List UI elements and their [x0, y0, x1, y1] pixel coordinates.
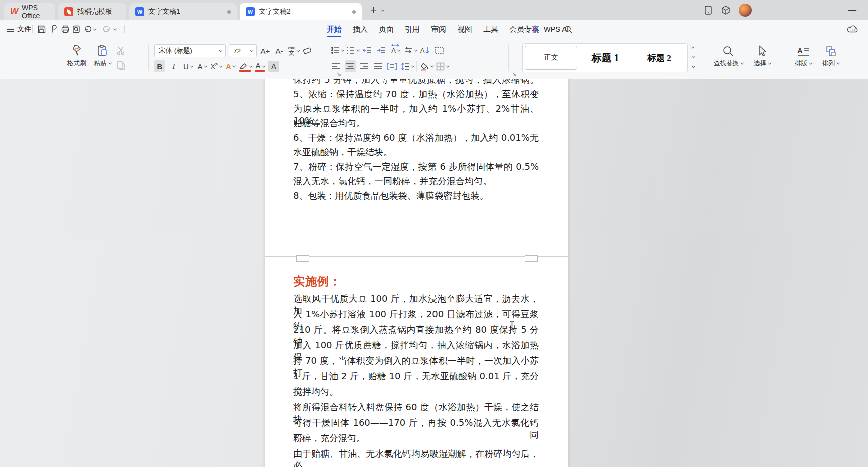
- redo-icon-disabled[interactable]: [101, 20, 112, 38]
- save-icon[interactable]: [36, 20, 47, 38]
- print-icon[interactable]: [60, 20, 71, 38]
- font-size-select[interactable]: 72: [229, 44, 257, 57]
- style-normal[interactable]: 正文: [525, 46, 577, 70]
- document-canvas[interactable]: 保持约 5 分钟，加入等重量优质蔗糖，搅匀，抽入浓缩锅。 5、浓缩：保持温度约 …: [0, 79, 868, 467]
- justify-icon: [374, 63, 383, 70]
- minimize-window-button[interactable]: —: [845, 0, 860, 20]
- decrease-indent-button[interactable]: [362, 44, 373, 56]
- ribbon: 格式刷 粘贴 宋体 (标题) 72: [0, 38, 868, 79]
- tab-insert[interactable]: 插入: [347, 20, 373, 38]
- tab-tools[interactable]: 工具: [478, 20, 504, 38]
- underline-button[interactable]: U: [182, 60, 193, 72]
- strikethrough-button[interactable]: A: [196, 60, 207, 72]
- increase-indent-button[interactable]: [376, 44, 387, 56]
- export-pdf-icon[interactable]: [48, 20, 59, 38]
- bold-button[interactable]: B: [154, 60, 165, 72]
- tab-label: WPS Office: [22, 4, 49, 20]
- tab-view[interactable]: 视图: [452, 20, 478, 38]
- tab-docer-templates[interactable]: 找稻壳模板: [58, 3, 126, 20]
- cloud-status-icon[interactable]: [847, 20, 859, 38]
- text-effect-button[interactable]: A: [225, 60, 236, 72]
- font-color-button[interactable]: A: [254, 60, 265, 72]
- undo-dropdown-icon[interactable]: [93, 27, 96, 30]
- styles-more-icon[interactable]: [690, 62, 697, 69]
- tab-page[interactable]: 页面: [373, 20, 399, 38]
- user-avatar[interactable]: [739, 4, 752, 17]
- paste-clipboard-icon: [96, 44, 109, 57]
- highlighter-icon: [239, 62, 248, 70]
- shading-fill-button[interactable]: [420, 60, 433, 72]
- doc-line: 搅拌均匀。: [293, 386, 539, 398]
- font-name-select[interactable]: 宋体 (标题): [154, 44, 226, 57]
- page-margin-handle[interactable]: [525, 255, 538, 262]
- paragraph-dialog-launcher-icon[interactable]: [512, 72, 517, 77]
- borders-button[interactable]: [436, 60, 448, 72]
- align-center-button[interactable]: [345, 60, 356, 72]
- cut-icon[interactable]: [116, 45, 126, 55]
- char-shading-button[interactable]: A: [268, 61, 279, 72]
- align-left-icon: [332, 63, 341, 70]
- increase-font-button[interactable]: A+: [260, 45, 271, 57]
- wrap-marks-icon: [404, 46, 413, 54]
- page-break-line[interactable]: [265, 256, 568, 257]
- style-heading-1[interactable]: 标题 1: [579, 46, 631, 70]
- numbered-list-icon: [346, 46, 355, 54]
- arrange-button[interactable]: 排列: [819, 43, 842, 70]
- copy-icon[interactable]: [116, 60, 126, 70]
- print-preview-icon[interactable]: [71, 20, 82, 38]
- window-tab-bar: W WPS Office 找稻壳模板 W 文字文稿1 W 文字文稿2 +: [0, 0, 868, 20]
- wps-ai-button[interactable]: WPS AI: [532, 20, 569, 38]
- superscript-button[interactable]: X2: [210, 60, 222, 72]
- justify-button[interactable]: [373, 60, 384, 72]
- wps-ai-icon: [532, 26, 541, 33]
- distribute-button[interactable]: [387, 60, 398, 72]
- tab-document-2-active[interactable]: W 文字文稿2: [240, 3, 362, 20]
- align-left-button[interactable]: [331, 60, 342, 72]
- font-size-value: 72: [233, 47, 241, 55]
- page-margin-button[interactable]: [433, 44, 445, 56]
- highlight-pen-button[interactable]: [239, 60, 251, 72]
- numbered-list-button[interactable]: [346, 44, 359, 56]
- typeset-button[interactable]: A 排版: [792, 43, 814, 70]
- select-button[interactable]: 选择: [751, 43, 773, 70]
- tab-home[interactable]: 开始: [321, 20, 347, 38]
- wps-window: W WPS Office 找稻壳模板 W 文字文稿1 W 文字文稿2 +: [0, 0, 868, 467]
- italic-button[interactable]: I: [168, 60, 179, 72]
- tab-review[interactable]: 审阅: [425, 20, 452, 38]
- tab-wps-home[interactable]: W WPS Office: [4, 3, 55, 20]
- quickbar-more-icon[interactable]: [113, 27, 117, 30]
- find-replace-button[interactable]: 查找替换: [711, 43, 746, 70]
- unsaved-dot-indicator: [352, 10, 356, 14]
- format-painter-button[interactable]: 格式刷: [64, 42, 89, 70]
- align-right-button[interactable]: [359, 60, 370, 72]
- page-margin-handle[interactable]: [296, 255, 309, 262]
- clear-format-button[interactable]: [302, 45, 313, 57]
- mobile-sync-icon[interactable]: [704, 5, 713, 15]
- tab-document-1[interactable]: W 文字文稿1: [129, 3, 237, 20]
- main-menu-icon[interactable]: [7, 20, 14, 38]
- styles-scroll-down-icon[interactable]: [690, 53, 697, 60]
- font-dialog-launcher-icon[interactable]: [337, 72, 341, 77]
- doc-line: 粉碎，充分混匀。: [293, 432, 539, 444]
- sort-button[interactable]: A: [419, 44, 430, 56]
- doc-line: 混入无水，氯化钙，一同粉碎，并充分混合均匀。: [293, 175, 539, 187]
- bullet-list-button[interactable]: [331, 44, 343, 56]
- char-scale-button[interactable]: A: [390, 44, 401, 56]
- tab-label: 找稻壳模板: [77, 7, 112, 16]
- text-cursor-ibeam: [509, 321, 515, 330]
- line-spacing-button[interactable]: [401, 60, 413, 72]
- app-center-cube-icon[interactable]: [721, 5, 731, 15]
- new-tab-button[interactable]: +: [368, 5, 379, 16]
- paste-button[interactable]: 粘贴: [91, 42, 114, 70]
- styles-scroll-up-icon[interactable]: [690, 44, 697, 51]
- search-icon[interactable]: [564, 20, 573, 38]
- decrease-font-button[interactable]: A-: [274, 45, 285, 57]
- pinyin-guide-button[interactable]: wén文: [288, 45, 299, 57]
- style-heading-2[interactable]: 标题 2: [633, 46, 685, 70]
- wrap-marks-button[interactable]: [404, 44, 416, 56]
- new-tab-dropdown-icon[interactable]: [381, 8, 384, 11]
- file-menu[interactable]: 文件: [17, 20, 31, 38]
- undo-icon[interactable]: [82, 20, 93, 38]
- tab-reference[interactable]: 引用: [399, 20, 425, 38]
- select-cursor-icon: [756, 45, 768, 57]
